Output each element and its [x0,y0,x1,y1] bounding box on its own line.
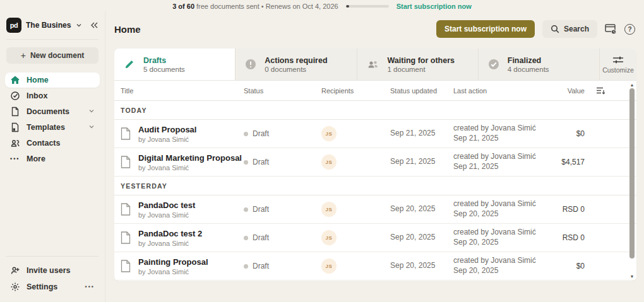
start-subscription-button[interactable]: Start subscription now [436,20,535,38]
invite-users-button[interactable]: Invite users [5,263,100,278]
whats-new-icon[interactable] [605,24,617,35]
sidebar-item-label: Templates [27,123,65,132]
sidebar-item-documents[interactable]: Documents [5,104,100,119]
recipient-avatar[interactable]: JS [321,258,337,274]
sidebar-divider [6,39,98,40]
invite-users-label: Invite users [27,266,70,275]
column-header-recipients[interactable]: Recipients [321,87,390,95]
table-row[interactable]: PandaDoc test by Jovana Simić Draft JS S… [114,195,636,224]
template-icon [10,122,20,132]
table-row[interactable]: Audit Proposal by Jovana Simić Draft JS … [114,120,636,148]
plus-icon: + [21,50,26,61]
column-header-status[interactable]: Status [244,87,321,95]
collapse-sidebar-icon[interactable] [90,21,98,29]
tab-waiting-for-others[interactable]: Waiting for others 1 document [357,49,479,80]
chevron-down-icon[interactable] [88,107,95,116]
sidebar-item-home[interactable]: Home [5,73,100,88]
document-value: $0 [554,129,585,138]
status-dot [244,207,248,212]
exclamation-icon [244,58,257,71]
sidebar-footer: Invite users Settings ••• [5,256,100,294]
usage-text: 3 of 60free documents sent • Renews on O… [172,3,338,10]
documents-card: Drafts 5 documents Actions required 0 do… [114,49,636,281]
status-updated-date: Sep 21, 2025 [390,157,453,167]
status-updated-date: Sep 20, 2025 [390,261,453,271]
last-action-date: Sep 20, 2025 [453,238,554,248]
pandadoc-logo: pd [6,18,21,33]
last-action-text: created by Jovana Simić [453,152,554,162]
inbox-icon [10,91,20,101]
sort-icon [596,86,606,95]
status-label: Draft [253,262,269,270]
table-row[interactable]: PandaDoc test 2 by Jovana Simić Draft JS… [114,224,636,252]
sidebar-nav: Home Inbox Documents Templates Contacts [5,73,100,166]
file-icon [121,231,131,244]
usage-count: 3 of 60 [172,3,194,10]
chevron-down-icon[interactable] [88,123,95,132]
scroll-down-icon[interactable]: ▼ [630,274,635,280]
settings-more-icon[interactable]: ••• [85,284,95,290]
file-icon [121,127,131,140]
column-header-title[interactable]: Title [114,87,244,95]
table-row[interactable]: Painting Proposal by Jovana Simić Draft … [114,252,636,281]
table-header: Title Status Recipients Status updated L… [114,81,636,101]
sidebar-item-templates[interactable]: Templates [5,120,100,135]
status-label: Draft [253,205,269,214]
settings-button[interactable]: Settings ••• [5,279,100,294]
scroll-up-icon[interactable]: ▲ [630,82,635,88]
file-icon [121,203,131,216]
usage-banner: 3 of 60free documents sent • Renews on O… [0,0,644,11]
last-action-date: Sep 21, 2025 [453,134,554,144]
status-updated-date: Sep 21, 2025 [390,129,453,139]
status-updated-date: Sep 20, 2025 [390,233,453,243]
document-title: PandaDoc test [138,200,195,210]
last-action-text: created by Jovana Simić [453,124,554,134]
last-action-text: created by Jovana Simić [453,228,554,238]
document-list: TODAY Audit Proposal by Jovana Simić Dra… [114,101,636,281]
workspace-name: The Business ... [26,21,71,30]
sidebar-item-contacts[interactable]: Contacts [5,136,100,151]
tab-finalized[interactable]: Finalized 4 documents [479,49,600,80]
search-icon [551,25,559,33]
usage-progress-fill [346,5,349,8]
recipient-avatar[interactable]: JS [321,154,337,170]
header-actions: Start subscription now Search ? [436,20,635,38]
chevron-down-icon[interactable] [76,22,82,28]
column-header-status-updated[interactable]: Status updated [390,87,453,95]
sidebar-item-label: Home [27,76,49,84]
document-title: Audit Proposal [138,125,196,134]
new-document-button[interactable]: + New document [6,47,98,64]
scrollbar-thumb[interactable] [629,88,635,258]
recipient-avatar[interactable]: JS [321,126,337,141]
help-icon[interactable]: ? [624,24,635,35]
document-value: RSD 0 [554,205,585,214]
main-content: Home Start subscription now Search ? [105,11,644,302]
document-author: by Jovana Simić [138,240,202,247]
workspace-switcher[interactable]: pd The Business ... [5,16,100,39]
vertical-scrollbar[interactable]: ▲ ▼ [629,82,635,280]
sidebar-item-label: More [27,154,45,163]
table-row[interactable]: Digital Marketing Proposal by Jovana Sim… [114,148,636,177]
search-button[interactable]: Search [542,20,597,38]
tab-drafts[interactable]: Drafts 5 documents [114,49,236,80]
tab-actions-required[interactable]: Actions required 0 documents [236,49,357,80]
tab-count: 4 documents [508,66,549,73]
pencil-icon [123,58,136,71]
more-icon: ••• [10,156,20,162]
start-subscription-link[interactable]: Start subscription now [397,3,472,10]
status-label: Draft [253,129,269,138]
recipient-avatar[interactable]: JS [321,230,337,245]
status-dot [244,236,248,240]
column-header-value[interactable]: Value [554,87,585,95]
column-header-last-action[interactable]: Last action [453,87,554,95]
customize-button[interactable]: Customize [600,49,636,80]
settings-label: Settings [27,282,57,291]
contacts-icon [10,138,20,148]
page-title: Home [114,24,141,35]
recipient-avatar[interactable]: JS [321,202,337,217]
sidebar-item-more[interactable]: ••• More [5,151,100,166]
scrollbar-track[interactable] [629,88,635,274]
document-title: Painting Proposal [138,257,208,267]
sidebar-item-inbox[interactable]: Inbox [5,88,100,103]
document-value: $0 [554,262,585,270]
